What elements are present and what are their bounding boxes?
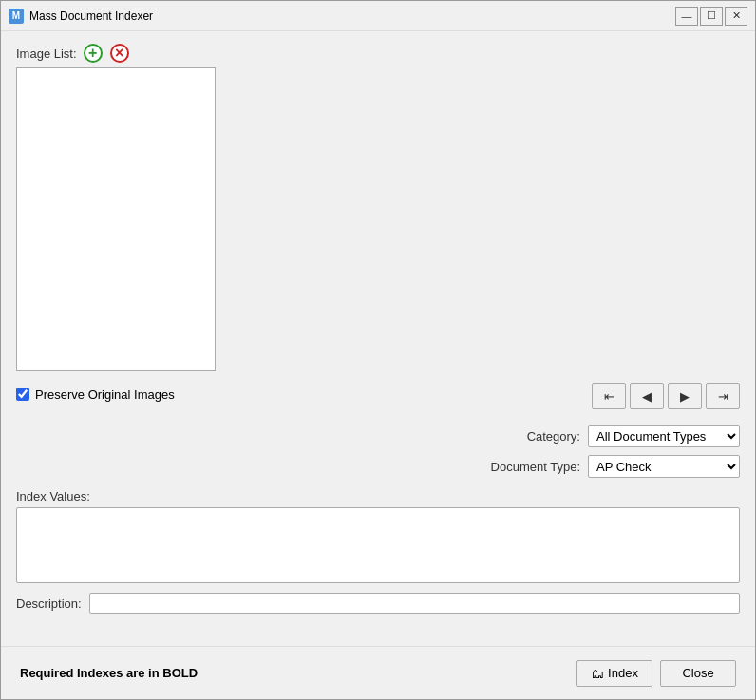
required-note: Required Indexes are in BOLD (20, 666, 198, 680)
close-button-label: Close (682, 666, 713, 680)
image-list-section: Image List: + × (16, 43, 216, 371)
next-page-button[interactable]: ▶ (668, 383, 702, 409)
close-button[interactable]: Close (660, 660, 736, 687)
index-icon: 🗂 (591, 666, 604, 681)
description-row: Description: (16, 593, 740, 614)
preserve-row: Preserve Original Images (16, 388, 175, 402)
bottom-section: Category: All Document Types Accounts Pa… (1, 409, 755, 646)
minimize-button[interactable]: — (675, 7, 698, 26)
preserve-label: Preserve Original Images (35, 388, 175, 402)
remove-icon: × (110, 44, 129, 63)
last-page-icon: ⇥ (718, 389, 728, 404)
maximize-button[interactable]: ☐ (700, 7, 723, 26)
app-icon: M (9, 9, 24, 24)
document-type-select[interactable]: AP Check Invoice Receipt Contract (588, 455, 740, 478)
image-list-box (16, 67, 216, 371)
first-page-button[interactable]: ⇤ (592, 383, 626, 409)
index-values-box (16, 507, 740, 583)
document-type-row: Document Type: AP Check Invoice Receipt … (16, 455, 740, 478)
main-window: M Mass Document Indexer — ☐ ✕ Image List… (0, 0, 756, 700)
next-page-icon: ▶ (680, 389, 690, 404)
add-image-button[interactable]: + (83, 43, 104, 64)
remove-image-button[interactable]: × (109, 43, 130, 64)
category-select[interactable]: All Document Types Accounts Payable Acco… (588, 425, 740, 447)
window-controls: — ☐ ✕ (675, 7, 747, 26)
description-label: Description: (16, 596, 82, 611)
main-area: Image List: + × Preserve Original Images (1, 31, 755, 646)
index-values-label: Index Values: (16, 489, 740, 503)
footer-buttons: 🗂 Index Close (576, 660, 736, 687)
image-list-label: Image List: (16, 47, 77, 61)
description-input[interactable] (89, 593, 740, 614)
preserve-nav-row: Preserve Original Images ⇤ ◀ ▶ ⇥ (16, 379, 740, 409)
index-button[interactable]: 🗂 Index (576, 660, 652, 687)
category-label: Category: (485, 429, 580, 444)
nav-buttons: ⇤ ◀ ▶ ⇥ (592, 383, 740, 409)
last-page-button[interactable]: ⇥ (706, 383, 740, 409)
index-values-section: Index Values: (16, 489, 740, 583)
prev-page-button[interactable]: ◀ (630, 383, 664, 409)
top-section: Image List: + × (1, 31, 755, 371)
footer: Required Indexes are in BOLD 🗂 Index Clo… (1, 646, 755, 699)
category-row: Category: All Document Types Accounts Pa… (16, 425, 740, 447)
form-section: Category: All Document Types Accounts Pa… (16, 425, 740, 478)
image-list-header: Image List: + × (16, 43, 216, 64)
document-type-label: Document Type: (485, 460, 580, 474)
window-title: Mass Document Indexer (29, 9, 675, 23)
title-bar: M Mass Document Indexer — ☐ ✕ (1, 1, 755, 31)
add-icon: + (84, 44, 103, 63)
first-page-icon: ⇤ (604, 389, 614, 404)
preserve-checkbox[interactable] (16, 388, 29, 401)
close-window-button[interactable]: ✕ (725, 7, 747, 26)
prev-page-icon: ◀ (642, 389, 652, 404)
index-button-label: Index (608, 666, 638, 680)
preserve-nav-section: Preserve Original Images ⇤ ◀ ▶ ⇥ (1, 371, 755, 409)
